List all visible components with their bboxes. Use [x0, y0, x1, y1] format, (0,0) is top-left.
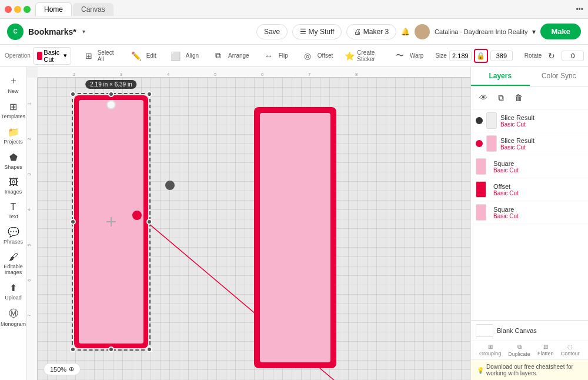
rotation-handle[interactable] [165, 181, 175, 190]
layer-info-1: Slice Result Basic Cut [500, 114, 583, 128]
grouping-icon[interactable]: ⊞ Grouping [479, 344, 501, 357]
panel-spacer [471, 224, 588, 320]
select-all-button[interactable]: ⊞ [83, 48, 95, 64]
sidebar-item-text[interactable]: T Text [2, 199, 25, 222]
panel-icons-row: ⊞ Grouping ⧉ Duplicate ⊟ Flatten ◌ Conto… [471, 341, 588, 359]
ruler-corner [27, 67, 38, 78]
title-caret[interactable]: ▾ [82, 28, 85, 35]
lock-icon[interactable]: 🔒 [474, 49, 488, 63]
size-label: Size [435, 52, 446, 59]
user-area: 🔔 Catalina · Daydream Into Reality ▾ [401, 24, 536, 39]
tab-color-sync[interactable]: Color Sync [530, 67, 589, 86]
ruler-top: 2 3 4 5 6 7 8 [38, 67, 470, 78]
layer-info-2: Slice Result Basic Cut [500, 137, 583, 151]
bookmark-right-inner [260, 113, 330, 362]
sidebar-item-monogram[interactable]: Ⓜ Monogram [2, 305, 25, 330]
select-all-label: Select All [98, 49, 117, 62]
handle-br[interactable] [146, 346, 152, 352]
rotate-label: Rotate [524, 52, 542, 59]
offset-button[interactable]: ◎ [300, 48, 315, 64]
operation-select[interactable]: Basic Cut ▾ [33, 47, 71, 65]
contour-icon[interactable]: ◌ Contour [561, 344, 580, 357]
flip-button[interactable]: ↔ [261, 48, 276, 64]
maximize-button[interactable] [24, 6, 31, 13]
tab-home-label: Home [44, 5, 63, 14]
create-sticker-button[interactable]: ⭐ [345, 48, 355, 64]
tab-canvas[interactable]: Canvas [73, 3, 113, 16]
sidebar-item-editable-images[interactable]: 🖌 Editable Images [2, 249, 25, 278]
layer-item-5[interactable]: Square Basic Cut [471, 201, 588, 224]
handle-tr[interactable] [146, 91, 152, 97]
layer-info-4: Offset Basic Cut [493, 183, 583, 196]
zoom-icon[interactable]: ⊕ [69, 365, 74, 373]
bookmark-left-outer[interactable] [74, 95, 148, 348]
cricut-logo: C [7, 24, 24, 40]
close-button[interactable] [5, 6, 12, 13]
operation-label: Operation [5, 52, 31, 59]
layer-info-5: Square Basic Cut [493, 206, 583, 219]
edit-button[interactable]: ✏️ [129, 48, 144, 64]
handle-bl[interactable] [70, 346, 76, 352]
flatten-icon[interactable]: ⊟ Flatten [537, 344, 554, 357]
pink-dot-indicator[interactable] [132, 211, 142, 220]
sidebar-item-templates[interactable]: ⊞ Templates [2, 98, 25, 122]
tab-layers[interactable]: Layers [471, 67, 530, 86]
warp-button[interactable]: 〜 [392, 48, 407, 64]
layer-sub-3: Basic Cut [493, 167, 583, 174]
project-title: Bookmarks* [28, 27, 76, 36]
user-caret[interactable]: ▾ [532, 28, 536, 36]
sidebar-item-projects[interactable]: 📁 Projects [2, 124, 25, 148]
size-width-input[interactable] [449, 51, 472, 61]
rotate-group: Rotate ↻ [524, 48, 584, 64]
more-icon[interactable]: ••• [576, 5, 583, 14]
duplicate-icon[interactable]: ⧉ Duplicate [508, 344, 530, 357]
arrange-button[interactable]: ⧉ [211, 48, 226, 64]
layer-item-4[interactable]: Offset Basic Cut [471, 178, 588, 201]
trash-icon[interactable]: 🗑 [511, 90, 526, 105]
left-sidebar: ＋ New ⊞ Templates 📁 Projects ⬟ Shapes 🖼 … [0, 67, 27, 380]
sidebar-item-phrases[interactable]: 💬 Phrases [2, 224, 25, 248]
rotate-input[interactable] [562, 51, 584, 61]
images-icon: 🖼 [9, 177, 18, 188]
center-cross-v [111, 217, 112, 226]
sidebar-item-shapes[interactable]: ⬟ Shapes [2, 149, 25, 173]
tab-canvas-label: Canvas [81, 5, 105, 14]
maker3-button[interactable]: 🖨 Maker 3 [346, 24, 396, 39]
layer-name-1: Slice Result [500, 114, 583, 121]
arrange-group: ⧉ Arrange [211, 48, 249, 64]
tip-icon: 💡 [477, 367, 484, 374]
mystuff-button[interactable]: ☰ My Stuff [292, 24, 342, 39]
align-button[interactable]: ⬜ [168, 48, 183, 64]
sidebar-item-new[interactable]: ＋ New [2, 72, 25, 97]
sidebar-item-images[interactable]: 🖼 Images [2, 174, 25, 198]
layer-name-2: Slice Result [500, 137, 583, 144]
minimize-button[interactable] [14, 6, 21, 13]
bookmark-right-outer[interactable] [254, 107, 336, 368]
tip-bar: 💡 Download our free cheatsheet for worki… [471, 359, 588, 380]
layer-sub-2: Basic Cut [500, 144, 583, 151]
layer-item-3[interactable]: Square Basic Cut [471, 155, 588, 178]
blank-canvas-label: Blank Canvas [497, 327, 537, 334]
tip-text: Download our free cheatsheet for working… [486, 364, 582, 376]
layer-thumb-3 [476, 158, 486, 175]
ruler-left: 1 2 3 4 5 6 7 [27, 78, 38, 380]
layer-item-2[interactable]: Slice Result Basic Cut [471, 132, 588, 155]
size-height-input[interactable] [490, 51, 513, 61]
layer-name-4: Offset [493, 183, 583, 190]
eye-icon[interactable]: 👁 [476, 90, 491, 105]
blank-canvas-thumb [476, 324, 493, 337]
copy-icon[interactable]: ⧉ [493, 90, 509, 105]
operation-group: Operation Basic Cut ▾ [5, 47, 71, 65]
save-button[interactable]: Save [256, 24, 288, 39]
blank-canvas-item[interactable]: Blank Canvas [471, 321, 588, 341]
layer-item-1[interactable]: Slice Result Basic Cut [471, 109, 588, 132]
sidebar-item-upload[interactable]: ⬆ Upload [2, 279, 25, 304]
canvas-area[interactable]: 2 3 4 5 6 7 8 1 2 3 4 5 6 7 [27, 67, 470, 380]
make-button[interactable]: Make [540, 24, 581, 39]
notification-icon[interactable]: 🔔 [401, 28, 410, 36]
warp-label: Warp [410, 52, 424, 59]
operation-bar: Operation Basic Cut ▾ ⊞ Select All ✏️ Ed… [0, 45, 588, 67]
tab-home[interactable]: Home [35, 2, 72, 16]
main-toolbar: C Bookmarks* ▾ Save ☰ My Stuff 🖨 Maker 3… [0, 19, 588, 45]
flip-label: Flip [279, 52, 288, 59]
